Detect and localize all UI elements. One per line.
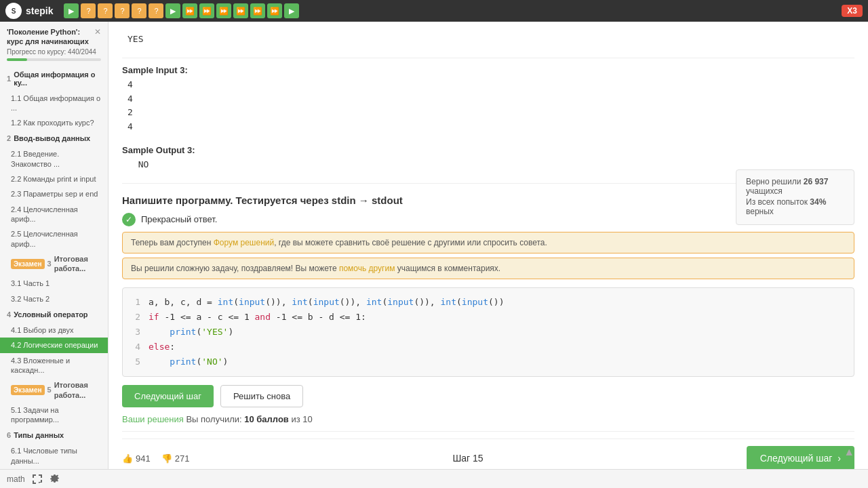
success-text: Прекрасный ответ. <box>141 214 217 224</box>
retry-button[interactable]: Решить снова <box>220 385 303 407</box>
sidebar-section-6-title[interactable]: 6 Типы данных <box>0 427 108 443</box>
sidebar-section-5-title[interactable]: Экзамен 5 Итоговая работа... <box>0 378 108 403</box>
toolbar-run-btn[interactable]: ▶ <box>64 3 79 18</box>
yes-block: YES <box>122 33 854 47</box>
sidebar-item-3-2[interactable]: 3.2 Часть 2 <box>0 291 108 306</box>
progress-bar-fill <box>7 58 27 61</box>
my-solutions-link[interactable]: Ваши решения <box>122 414 184 424</box>
sidebar-item-4-2[interactable]: 4.2 Логические операции <box>0 338 108 352</box>
help-others-link[interactable]: помочь другим <box>339 264 395 273</box>
info-box-1-text: Теперь вам доступен <box>131 238 214 247</box>
info-box-1: Теперь вам доступен Форум решений, где в… <box>122 232 854 253</box>
code-line-2: 2 if -1 <= a - c <= 1 and -1 <= b - d <=… <box>132 310 844 325</box>
code-line-5: 5 print('NO') <box>132 354 844 369</box>
stats-attempts-text: Из всех попыток <box>746 197 810 207</box>
toolbar-q5-btn[interactable]: ? <box>149 3 163 18</box>
divider-3 <box>122 431 854 432</box>
next-step-large-label: Следующий шаг <box>760 453 833 464</box>
sidebar-item-5-1[interactable]: 5.1 Задачи на программир... <box>0 403 108 428</box>
bottombar-math-text: math <box>7 474 25 484</box>
sidebar-section-2-title[interactable]: 2 Ввод-вывод данных <box>0 130 108 146</box>
thumbs-down-icon: 👎 <box>161 453 172 464</box>
code-line-4: 4 else: <box>132 340 844 354</box>
toolbar-run2-btn[interactable]: ▶ <box>165 3 180 18</box>
action-buttons: Следующий шаг Решить снова <box>122 385 854 407</box>
sidebar-close-btn[interactable]: ✕ <box>94 27 101 37</box>
scroll-up-button[interactable]: ▲ <box>844 446 854 458</box>
sidebar-item-2-3[interactable]: 2.3 Параметры sep и end <box>0 186 108 201</box>
toolbar-run3-btn[interactable]: ▶ <box>284 3 299 18</box>
sidebar-section-6: 6 Типы данных 6.1 Числовые типы данны...… <box>0 427 108 469</box>
sample-input-3-val-1: 4 <box>122 78 854 92</box>
sidebar-section-2: 2 Ввод-вывод данных 2.1 Введение. Знаком… <box>0 130 108 251</box>
sample-output-3-block: Sample Output 3: NO <box>122 145 854 172</box>
score-text: Вы получили: <box>186 414 244 424</box>
info-box-2-text2: учащимся в комментариях. <box>395 264 500 273</box>
sidebar-item-4-1[interactable]: 4.1 Выбор из двух <box>0 323 108 338</box>
progress-bar-container <box>7 58 101 61</box>
sidebar-item-4-3[interactable]: 4.3 Вложенные и каскадн... <box>0 353 108 378</box>
course-progress-text: Прогресс по курсу: 440/2044 <box>7 48 101 56</box>
toolbar-q2-btn[interactable]: ? <box>98 3 113 18</box>
sidebar-section-1-title[interactable]: 1 Общая информация о ку... <box>0 66 108 91</box>
thumbs-up-icon: 👍 <box>122 453 133 464</box>
success-checkmark-icon: ✓ <box>122 213 136 226</box>
sidebar-section-4: 4 Условный оператор 4.1 Выбор из двух 4.… <box>0 306 108 378</box>
main-layout: ✕ 'Поколение Python': курс для начинающи… <box>0 22 868 469</box>
stats-box: Верно решили 26 937 учащихся Из всех поп… <box>736 169 854 225</box>
sidebar-item-2-1[interactable]: 2.1 Введение. Знакомство ... <box>0 146 108 171</box>
toolbar-ff5-btn[interactable]: ⏩ <box>250 3 265 18</box>
sidebar-item-2-5[interactable]: 2.5 Целочисленная ариф... <box>0 226 108 251</box>
stats-label: учащихся <box>746 186 783 196</box>
sidebar-section-4-title[interactable]: 4 Условный оператор <box>0 306 108 323</box>
logo-icon: S <box>5 3 22 19</box>
forum-link[interactable]: Форум решений <box>214 238 274 247</box>
code-editor[interactable]: 1 a, b, c, d = int(input()), int(input()… <box>122 287 854 377</box>
toolbar-q4-btn[interactable]: ? <box>132 3 146 18</box>
sidebar-item-2-2[interactable]: 2.2 Команды print и input <box>0 171 108 186</box>
sidebar-section-1: 1 Общая информация о ку... 1.1 Общая инф… <box>0 66 108 131</box>
bottom-action-row: 👍 941 👎 271 Шаг 15 Следующий шаг › <box>122 439 854 469</box>
info-box-2: Вы решили сложную задачу, поздравляем! В… <box>122 258 854 279</box>
stats-correct: верных <box>746 207 774 216</box>
sidebar-item-1-1[interactable]: 1.1 Общая информация о ... <box>0 91 108 116</box>
sidebar-item-2-4[interactable]: 2.4 Целочисленная ариф... <box>0 202 108 227</box>
info-box-2-text: Вы решили сложную задачу, поздравляем! В… <box>131 264 339 273</box>
sidebar-section-3-title[interactable]: Экзамен 3 Итоговая работа... <box>0 251 108 277</box>
score-max: из 10 <box>291 414 312 424</box>
vote-up-button[interactable]: 👍 941 <box>122 453 151 464</box>
bottombar: math <box>0 469 868 488</box>
vote-down-count: 271 <box>175 453 190 464</box>
sidebar-section-3: Экзамен 3 Итоговая работа... 3.1 Часть 1… <box>0 251 108 306</box>
topbar: S stepik ▶ ? ? ? ? ? ▶ ⏩ ⏩ ⏩ ⏩ ⏩ ⏩ ▶ X3 <box>0 0 868 22</box>
toolbar-q1-btn[interactable]: ? <box>81 3 96 18</box>
exam-tag-5: Экзамен <box>11 385 45 395</box>
stats-solved-text: Верно решили <box>746 177 804 186</box>
sample-input-3-label: Sample Input 3: <box>122 65 854 75</box>
toolbar-ff1-btn[interactable]: ⏩ <box>182 3 197 18</box>
toolbar-ff4-btn[interactable]: ⏩ <box>233 3 248 18</box>
score-value: 10 баллов <box>244 414 289 424</box>
content-area: YES Sample Input 3: 4 4 2 4 Sample Outpu… <box>108 22 868 469</box>
toolbar-ff3-btn[interactable]: ⏩ <box>216 3 231 18</box>
code-line-1: 1 a, b, c, d = int(input()), int(input()… <box>132 295 844 310</box>
stat-attempts-row: Из всех попыток 34% верных <box>746 197 844 216</box>
toolbar-ff2-btn[interactable]: ⏩ <box>199 3 214 18</box>
sidebar-item-1-2[interactable]: 1.2 Как проходить курс? <box>0 115 108 130</box>
sidebar-header: ✕ 'Поколение Python': курс для начинающи… <box>0 22 108 66</box>
toolbar-ff6-btn[interactable]: ⏩ <box>267 3 282 18</box>
sidebar-item-6-1[interactable]: 6.1 Числовые типы данны... <box>0 443 108 468</box>
sidebar-item-3-1[interactable]: 3.1 Часть 1 <box>0 276 108 291</box>
score-row: Ваши решения Вы получили: 10 баллов из 1… <box>122 414 854 424</box>
next-step-large-button[interactable]: Следующий шаг › <box>747 446 854 469</box>
toolbar-q3-btn[interactable]: ? <box>115 3 130 18</box>
stats-percent: 34% <box>810 197 826 207</box>
sample-input-3-block: Sample Input 3: 4 4 2 4 <box>122 65 854 134</box>
bottombar-fullscreen-icon[interactable] <box>32 474 43 485</box>
vote-down-button[interactable]: 👎 271 <box>161 453 190 464</box>
next-step-button[interactable]: Следующий шаг <box>122 385 214 407</box>
logo: S stepik <box>5 3 53 19</box>
stats-count: 26 937 <box>804 177 829 186</box>
bottombar-settings-icon[interactable] <box>50 474 60 485</box>
stat-solved-row: Верно решили 26 937 учащихся <box>746 177 844 196</box>
